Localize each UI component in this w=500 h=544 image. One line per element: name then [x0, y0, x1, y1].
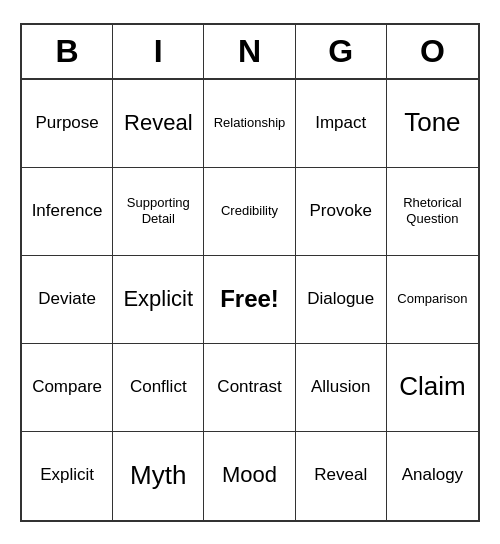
bingo-cell-13: Dialogue [296, 256, 387, 344]
cell-text-6: Supporting Detail [117, 195, 199, 226]
bingo-cell-19: Claim [387, 344, 478, 432]
cell-text-9: Rhetorical Question [391, 195, 474, 226]
bingo-cell-17: Contrast [204, 344, 295, 432]
bingo-cell-7: Credibility [204, 168, 295, 256]
bingo-cell-9: Rhetorical Question [387, 168, 478, 256]
bingo-cell-16: Conflict [113, 344, 204, 432]
cell-text-19: Claim [399, 371, 465, 402]
header-letter-O: O [387, 25, 478, 78]
bingo-cell-8: Provoke [296, 168, 387, 256]
cell-text-24: Analogy [402, 465, 463, 485]
bingo-cell-21: Myth [113, 432, 204, 520]
cell-text-21: Myth [130, 460, 186, 491]
cell-text-13: Dialogue [307, 289, 374, 309]
bingo-cell-20: Explicit [22, 432, 113, 520]
bingo-cell-12: Free! [204, 256, 295, 344]
cell-text-10: Deviate [38, 289, 96, 309]
header-letter-G: G [296, 25, 387, 78]
cell-text-17: Contrast [217, 377, 281, 397]
bingo-cell-15: Compare [22, 344, 113, 432]
cell-text-18: Allusion [311, 377, 371, 397]
header-letter-I: I [113, 25, 204, 78]
cell-text-2: Relationship [214, 115, 286, 131]
cell-text-16: Conflict [130, 377, 187, 397]
cell-text-7: Credibility [221, 203, 278, 219]
cell-text-1: Reveal [124, 110, 192, 136]
bingo-cell-4: Tone [387, 80, 478, 168]
bingo-cell-5: Inference [22, 168, 113, 256]
bingo-grid: PurposeRevealRelationshipImpactToneInfer… [22, 80, 478, 520]
cell-text-23: Reveal [314, 465, 367, 485]
bingo-header: BINGO [22, 25, 478, 80]
cell-text-8: Provoke [310, 201, 372, 221]
bingo-cell-3: Impact [296, 80, 387, 168]
bingo-cell-11: Explicit [113, 256, 204, 344]
cell-text-20: Explicit [40, 465, 94, 485]
header-letter-N: N [204, 25, 295, 78]
bingo-cell-22: Mood [204, 432, 295, 520]
bingo-cell-23: Reveal [296, 432, 387, 520]
bingo-cell-18: Allusion [296, 344, 387, 432]
cell-text-5: Inference [32, 201, 103, 221]
bingo-cell-1: Reveal [113, 80, 204, 168]
bingo-cell-6: Supporting Detail [113, 168, 204, 256]
bingo-cell-14: Comparison [387, 256, 478, 344]
cell-text-0: Purpose [35, 113, 98, 133]
cell-text-12: Free! [220, 285, 279, 314]
cell-text-11: Explicit [123, 286, 193, 312]
bingo-cell-2: Relationship [204, 80, 295, 168]
cell-text-22: Mood [222, 462, 277, 488]
bingo-cell-24: Analogy [387, 432, 478, 520]
cell-text-3: Impact [315, 113, 366, 133]
bingo-card: BINGO PurposeRevealRelationshipImpactTon… [20, 23, 480, 522]
header-letter-B: B [22, 25, 113, 78]
cell-text-15: Compare [32, 377, 102, 397]
cell-text-4: Tone [404, 107, 460, 138]
bingo-cell-10: Deviate [22, 256, 113, 344]
bingo-cell-0: Purpose [22, 80, 113, 168]
cell-text-14: Comparison [397, 291, 467, 307]
